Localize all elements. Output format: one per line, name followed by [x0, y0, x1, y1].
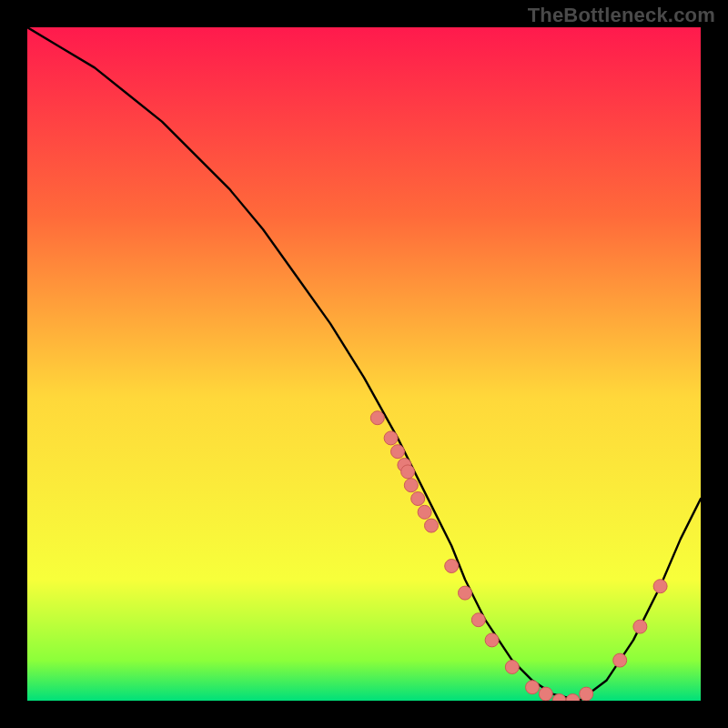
marker-dot	[418, 505, 431, 519]
marker-dot	[370, 411, 384, 425]
marker-dot	[384, 431, 398, 445]
gradient-background	[27, 27, 701, 701]
marker-dot	[391, 445, 405, 459]
marker-dot	[505, 661, 519, 674]
plot-svg	[27, 27, 701, 701]
chart-frame: TheBottleneck.com	[0, 0, 728, 728]
marker-dot	[445, 560, 459, 573]
watermark-text: TheBottleneck.com	[528, 4, 715, 27]
marker-dot	[485, 633, 499, 647]
marker-dot	[401, 465, 415, 479]
marker-dot	[459, 586, 472, 600]
marker-dot	[425, 519, 439, 532]
marker-dot	[613, 653, 627, 667]
marker-dot	[471, 613, 485, 627]
marker-dot	[633, 620, 647, 633]
marker-dot	[539, 687, 552, 701]
marker-dot	[526, 681, 540, 694]
marker-dot	[411, 492, 425, 506]
marker-dot	[404, 479, 418, 492]
bottleneck-plot	[27, 27, 701, 701]
marker-dot	[580, 687, 593, 701]
marker-dot	[653, 580, 667, 593]
